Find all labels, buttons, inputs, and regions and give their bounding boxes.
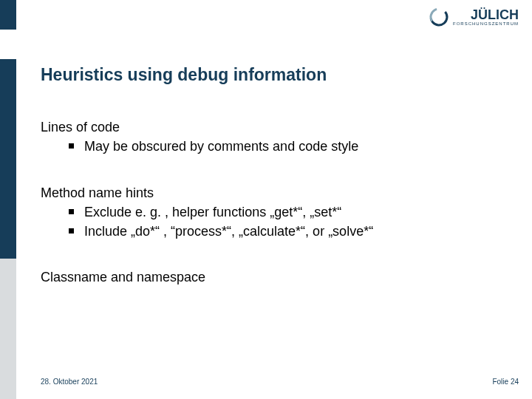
footer-date: 28. Oktober 2021 bbox=[41, 378, 98, 386]
logo-name: JÜLICH bbox=[471, 8, 519, 21]
bullet-icon bbox=[69, 209, 74, 214]
section-method-name-hints: Method name hints Exclude e. g. , helper… bbox=[41, 184, 502, 241]
logo-mark-icon bbox=[429, 7, 449, 27]
slide: JÜLICH FORSCHUNGSZENTRUM Heuristics usin… bbox=[0, 0, 532, 399]
svg-point-0 bbox=[429, 7, 449, 27]
svg-point-1 bbox=[429, 7, 449, 27]
list-item: Include „do*“ , “process*“, „calculate*“… bbox=[69, 222, 502, 240]
section-heading: Lines of code bbox=[41, 118, 502, 136]
list-item: Exclude e. g. , helper functions „get*“,… bbox=[69, 203, 502, 221]
section-lines-of-code: Lines of code May be obscured by comment… bbox=[41, 118, 502, 156]
section-heading: Classname and namespace bbox=[41, 268, 502, 286]
bullet-icon bbox=[69, 228, 74, 233]
bullet-text: May be obscured by comments and code sty… bbox=[84, 137, 502, 155]
sidebar-accent-light bbox=[0, 259, 16, 399]
bullet-text: Include „do*“ , “process*“, „calculate*“… bbox=[84, 222, 502, 240]
list-item: May be obscured by comments and code sty… bbox=[69, 137, 502, 155]
section-classname-namespace: Classname and namespace bbox=[41, 268, 502, 286]
sidebar-gap bbox=[0, 30, 16, 59]
logo: JÜLICH FORSCHUNGSZENTRUM bbox=[429, 7, 519, 27]
page-title: Heuristics using debug information bbox=[41, 65, 327, 85]
bullet-text: Exclude e. g. , helper functions „get*“,… bbox=[84, 203, 502, 221]
logo-subtitle: FORSCHUNGSZENTRUM bbox=[453, 21, 519, 26]
content: Lines of code May be obscured by comment… bbox=[41, 118, 502, 315]
bullet-icon bbox=[69, 143, 74, 149]
footer-page: Folie 24 bbox=[492, 378, 519, 386]
section-heading: Method name hints bbox=[41, 184, 502, 202]
